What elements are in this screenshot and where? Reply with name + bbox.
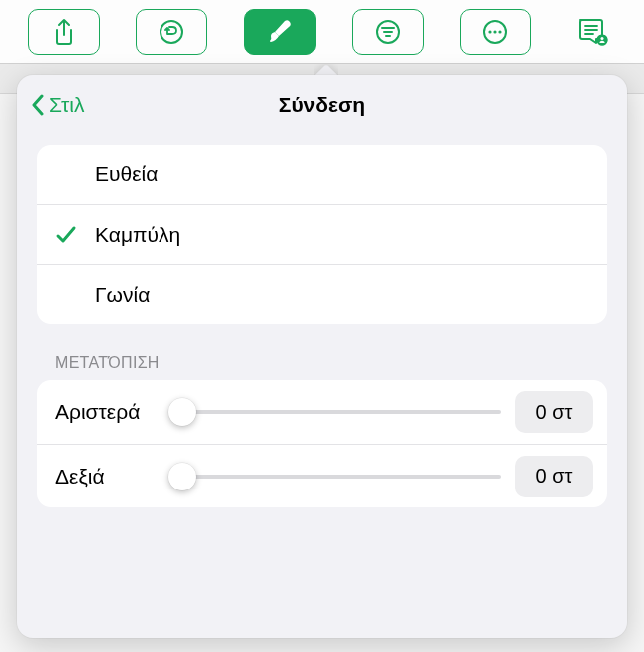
format-brush-button[interactable] xyxy=(244,9,316,55)
svg-point-3 xyxy=(489,30,492,33)
offset-label: Αριστερά xyxy=(55,400,155,424)
svg-point-4 xyxy=(494,30,497,33)
option-label: Ευθεία xyxy=(95,163,158,186)
presenter-notes-button[interactable] xyxy=(568,9,616,55)
back-button[interactable]: Στιλ xyxy=(31,75,84,135)
option-corner[interactable]: Γωνία xyxy=(37,264,607,324)
option-straight[interactable]: Ευθεία xyxy=(37,145,607,204)
svg-point-5 xyxy=(499,30,502,33)
slider-track xyxy=(168,410,501,414)
option-label: Γωνία xyxy=(95,283,150,307)
popover-title: Σύνδεση xyxy=(279,93,365,117)
offset-group: Αριστερά 0 στ Δεξιά 0 στ xyxy=(37,380,607,507)
offset-row-right: Δεξιά 0 στ xyxy=(37,444,607,507)
checkmark-icon xyxy=(55,225,77,245)
connection-type-list: Ευθεία Καμπύλη Γωνία xyxy=(37,145,607,324)
left-offset-slider[interactable] xyxy=(168,398,501,426)
slider-thumb[interactable] xyxy=(168,398,196,426)
svg-point-0 xyxy=(161,21,182,43)
popover-header: Στιλ Σύνδεση xyxy=(17,75,627,135)
left-offset-value[interactable]: 0 στ xyxy=(515,391,593,433)
right-offset-value[interactable]: 0 στ xyxy=(515,456,593,497)
check-column xyxy=(55,225,95,245)
chevron-left-icon xyxy=(31,94,45,116)
offset-label: Δεξιά xyxy=(55,465,155,489)
offset-row-left: Αριστερά 0 στ xyxy=(37,380,607,444)
list-format-button[interactable] xyxy=(352,9,424,55)
right-offset-slider[interactable] xyxy=(168,463,501,490)
format-popover: Στιλ Σύνδεση Ευθεία Καμπύλη Γωνία ΜΕΤΑΤΌ… xyxy=(17,75,627,638)
svg-point-8 xyxy=(600,37,603,40)
share-button[interactable] xyxy=(28,9,100,55)
more-button[interactable] xyxy=(460,9,531,55)
toolbar xyxy=(0,0,644,64)
back-label: Στιλ xyxy=(49,93,84,117)
slider-track xyxy=(168,475,501,479)
slider-thumb[interactable] xyxy=(168,463,196,490)
option-label: Καμπύλη xyxy=(95,223,180,247)
option-curve[interactable]: Καμπύλη xyxy=(37,204,607,264)
undo-button[interactable] xyxy=(136,9,207,55)
offset-section-header: ΜΕΤΑΤΌΠΙΣΗ xyxy=(55,354,589,372)
